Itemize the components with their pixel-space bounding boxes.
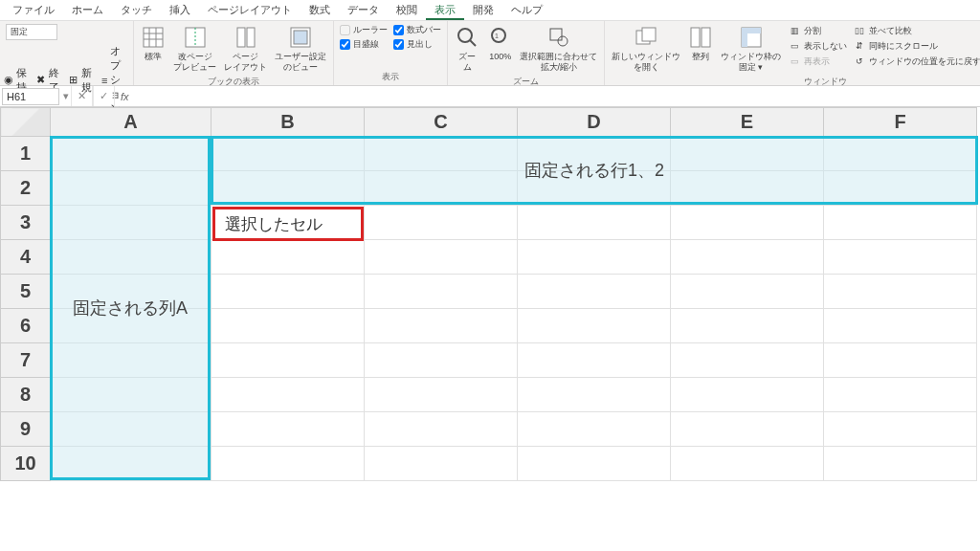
qa-exit[interactable]: ✖終了	[36, 44, 63, 116]
view-pagelayout-button[interactable]: ページ レイアウト	[221, 23, 270, 75]
cell[interactable]	[212, 240, 365, 275]
cell[interactable]	[212, 447, 365, 481]
cell[interactable]	[671, 378, 824, 412]
name-box-dropdown[interactable]: ▾	[61, 90, 71, 102]
cell[interactable]	[365, 378, 518, 412]
cell[interactable]	[824, 137, 977, 171]
cell[interactable]	[671, 206, 824, 240]
cell[interactable]	[824, 412, 977, 447]
view-normal-button[interactable]: 標準	[138, 23, 168, 64]
cell[interactable]	[518, 171, 671, 206]
col-header-F[interactable]: F	[824, 108, 977, 137]
cell[interactable]	[824, 309, 977, 343]
cell[interactable]	[212, 309, 365, 343]
cell[interactable]	[365, 412, 518, 447]
tab-data[interactable]: データ	[339, 0, 388, 20]
formula-input[interactable]	[135, 89, 980, 104]
cell[interactable]	[51, 447, 212, 481]
zoom-button[interactable]: ズーム	[452, 23, 483, 75]
tab-touch[interactable]: タッチ	[112, 0, 161, 20]
cell[interactable]	[365, 343, 518, 378]
cell[interactable]	[824, 447, 977, 481]
col-header-C[interactable]: C	[365, 108, 518, 137]
cell[interactable]	[671, 343, 824, 378]
check-formulabar[interactable]: 数式バー	[391, 23, 443, 37]
cell[interactable]	[518, 309, 671, 343]
col-header-A[interactable]: A	[51, 108, 212, 137]
row-header-1[interactable]: 1	[1, 137, 51, 171]
cell[interactable]	[51, 240, 212, 275]
cell[interactable]	[671, 412, 824, 447]
cell[interactable]	[518, 412, 671, 447]
row-header-2[interactable]: 2	[1, 171, 51, 206]
row-header-4[interactable]: 4	[1, 240, 51, 275]
tab-developer[interactable]: 開発	[464, 0, 502, 20]
cell[interactable]	[518, 137, 671, 171]
cell[interactable]	[824, 378, 977, 412]
cell[interactable]	[518, 275, 671, 309]
cell[interactable]	[51, 206, 212, 240]
arrange-button[interactable]: 整列	[685, 23, 716, 64]
hide-button[interactable]: ▭表示しない	[786, 38, 849, 54]
zoom-selection-button[interactable]: 選択範囲に合わせて 拡大/縮小	[518, 23, 600, 75]
cell[interactable]	[212, 275, 365, 309]
cell[interactable]	[365, 309, 518, 343]
row-header-6[interactable]: 6	[1, 309, 51, 343]
col-header-B[interactable]: B	[212, 108, 365, 137]
cell[interactable]	[51, 275, 212, 309]
cell[interactable]	[518, 378, 671, 412]
cell[interactable]	[212, 137, 365, 171]
cell[interactable]	[51, 309, 212, 343]
cell[interactable]	[671, 309, 824, 343]
cell[interactable]	[51, 412, 212, 447]
zoom-100-button[interactable]: 1100%	[485, 23, 516, 64]
tab-formulas[interactable]: 数式	[301, 0, 339, 20]
tab-home[interactable]: ホーム	[63, 0, 112, 20]
check-gridlines[interactable]: 目盛線	[338, 37, 390, 52]
check-headings[interactable]: 見出し	[391, 37, 443, 52]
name-box[interactable]: H61	[2, 88, 59, 105]
cell[interactable]	[365, 447, 518, 481]
cell[interactable]	[365, 240, 518, 275]
unhide-button[interactable]: ▭再表示	[786, 54, 849, 69]
row-header-9[interactable]: 9	[1, 412, 51, 447]
view-custom-button[interactable]: ユーザー設定 のビュー	[272, 23, 329, 75]
cancel-formula-button[interactable]: ✕	[71, 86, 93, 106]
cell[interactable]	[671, 275, 824, 309]
cell[interactable]	[365, 137, 518, 171]
cell[interactable]	[51, 137, 212, 171]
enter-formula-button[interactable]: ✓	[93, 86, 115, 106]
cell[interactable]	[671, 171, 824, 206]
qa-keep[interactable]: ◉保持	[4, 44, 31, 116]
row-header-10[interactable]: 10	[1, 447, 51, 481]
cell[interactable]	[671, 447, 824, 481]
cell[interactable]	[518, 206, 671, 240]
view-pagebreak-button[interactable]: 改ページ プレビュー	[170, 23, 219, 75]
cell[interactable]	[51, 378, 212, 412]
cell[interactable]	[824, 206, 977, 240]
cell[interactable]	[212, 412, 365, 447]
freeze-panes-button[interactable]: ウィンドウ枠の 固定 ▾	[718, 23, 784, 75]
cell[interactable]	[365, 275, 518, 309]
cell[interactable]	[365, 171, 518, 206]
tab-pagelayout[interactable]: ページレイアウト	[199, 0, 301, 20]
cell[interactable]	[51, 171, 212, 206]
cell[interactable]	[518, 240, 671, 275]
cell[interactable]	[824, 275, 977, 309]
cell[interactable]	[518, 343, 671, 378]
tab-file[interactable]: ファイル	[4, 0, 63, 20]
cell[interactable]	[824, 240, 977, 275]
cell[interactable]	[824, 171, 977, 206]
select-all-corner[interactable]	[1, 108, 51, 137]
col-header-D[interactable]: D	[518, 108, 671, 137]
row-header-8[interactable]: 8	[1, 378, 51, 412]
sheetview-dropdown[interactable]: 固定	[6, 24, 57, 40]
row-header-5[interactable]: 5	[1, 275, 51, 309]
tab-help[interactable]: ヘルプ	[502, 0, 551, 20]
new-window-button[interactable]: 新しいウィンドウ を開く	[609, 23, 683, 75]
cell[interactable]	[212, 206, 365, 240]
cell[interactable]	[518, 447, 671, 481]
tab-review[interactable]: 校閲	[388, 0, 426, 20]
col-header-E[interactable]: E	[671, 108, 824, 137]
row-header-7[interactable]: 7	[1, 343, 51, 378]
